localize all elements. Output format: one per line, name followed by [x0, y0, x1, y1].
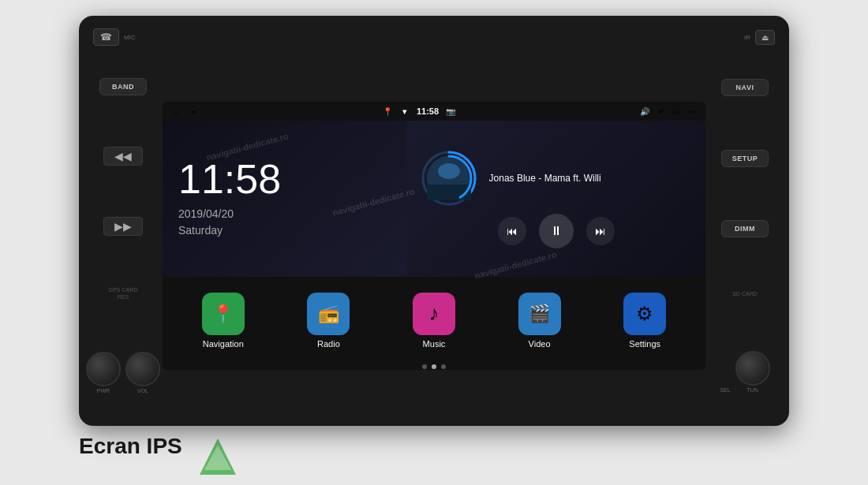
nav-dot-3: [441, 364, 446, 369]
tun-knob[interactable]: [735, 351, 770, 386]
page-wrapper: ☎ MIC IR ⏏ BAND ◀◀ ▶▶ GPS CARDRES: [0, 0, 868, 485]
main-area: BAND ◀◀ ▶▶ GPS CARDRES PWR VOL: [79, 50, 789, 421]
settings-icon: ⚙: [623, 293, 666, 335]
album-art-container: [420, 149, 478, 207]
right-panel: NAVI SETUP DIMM SD CARD SEL TUN: [705, 50, 784, 421]
camera-icon: 📷: [445, 106, 456, 117]
app-music[interactable]: ♪ Music: [381, 293, 487, 349]
settings-label: Settings: [629, 339, 660, 349]
status-time: 11:58: [417, 106, 439, 116]
nav-dot-2: [432, 364, 436, 369]
play-pause-button[interactable]: ⏸: [539, 214, 574, 248]
sel-label: SEL: [720, 387, 730, 393]
vol-knob[interactable]: [125, 352, 160, 386]
screen-content: 11:58 2019/04/20 Saturday: [163, 121, 705, 277]
dimm-button[interactable]: DIMM: [721, 220, 769, 237]
ir-label: IR: [744, 34, 750, 41]
back-icon[interactable]: ↩: [687, 106, 698, 117]
android-status-bar: ⌂ ▪ 📍 ▾ 11:58 📷 🔊 ✕ ▭ ↩: [163, 102, 705, 121]
pwr-knob-col: PWR: [86, 352, 121, 394]
radio-icon: 📻: [307, 293, 350, 335]
status-right: 🔊 ✕ ▭ ↩: [639, 106, 698, 117]
wifi-icon: ▾: [399, 106, 410, 117]
sim-icon: ▪: [188, 106, 199, 117]
mic-label: MIC: [124, 34, 136, 41]
radio-label: Radio: [317, 339, 340, 349]
vol-label: VOL: [137, 388, 148, 394]
gps-label: GPS CARDRES: [109, 287, 138, 300]
nav-dots: [163, 364, 705, 370]
music-album-row: Jonas Blue - Mama ft. Willi: [420, 149, 693, 207]
bottom-section: Ecran IPS: [79, 426, 789, 476]
brand-logo: [198, 437, 238, 476]
setup-button[interactable]: SETUP: [721, 150, 769, 167]
top-bar-left: ☎ MIC: [93, 28, 136, 46]
pwr-label: PWR: [97, 388, 110, 394]
x-icon[interactable]: ✕: [655, 106, 666, 117]
status-left: ⌂ ▪: [170, 106, 199, 117]
next-track-button[interactable]: ⏭: [586, 217, 615, 245]
left-panel: BAND ◀◀ ▶▶ GPS CARDRES PWR VOL: [84, 50, 163, 421]
tun-label: TUN: [746, 387, 758, 393]
music-track-info: Jonas Blue - Mama ft. Willi: [489, 173, 693, 184]
clock-date: 2019/04/20 Saturday: [178, 206, 391, 239]
pin-icon: 📍: [382, 106, 393, 117]
right-knob-row: SEL TUN: [720, 351, 769, 393]
prev-track-button[interactable]: ⏮: [498, 217, 526, 245]
app-settings[interactable]: ⚙ Settings: [592, 293, 698, 349]
knob-row: PWR VOL: [86, 352, 160, 394]
sd-card-label: SD CARD: [732, 291, 758, 297]
music-controls: ⏮ ⏸ ⏭: [498, 214, 615, 248]
nav-dot-1: [422, 364, 427, 369]
band-button[interactable]: BAND: [99, 78, 147, 95]
prev-button[interactable]: ◀◀: [103, 147, 143, 166]
navi-button[interactable]: NAVI: [721, 79, 769, 96]
car-unit: ☎ MIC IR ⏏ BAND ◀◀ ▶▶ GPS CARDRES: [79, 16, 789, 426]
top-bar: ☎ MIC IR ⏏: [79, 24, 789, 50]
vol-knob-col: VOL: [125, 352, 160, 394]
navigation-icon: 📍: [202, 293, 245, 335]
phone-button[interactable]: ☎: [93, 28, 119, 46]
svg-point-7: [438, 163, 460, 179]
progress-ring-svg: [420, 149, 478, 207]
tun-knob-col: TUN: [735, 351, 770, 393]
screen-music-area: Jonas Blue - Mama ft. Willi ⏮ ⏸ ⏭: [407, 121, 705, 277]
ecran-title: Ecran IPS: [79, 434, 182, 459]
next-button[interactable]: ▶▶: [103, 217, 143, 236]
screen: ⌂ ▪ 📍 ▾ 11:58 📷 🔊 ✕ ▭ ↩: [163, 102, 705, 370]
video-label: Video: [529, 339, 551, 349]
screen-clock-area: 11:58 2019/04/20 Saturday: [163, 121, 407, 277]
pwr-knob[interactable]: [86, 352, 121, 386]
window-icon[interactable]: ▭: [671, 106, 682, 117]
video-icon: 🎬: [518, 293, 561, 335]
eject-button[interactable]: ⏏: [755, 30, 775, 45]
music-icon: ♪: [413, 293, 455, 335]
top-bar-right: IR ⏏: [744, 30, 775, 45]
sel-knob-col: SEL: [720, 387, 730, 393]
app-navigation[interactable]: 📍 Navigation: [170, 293, 276, 349]
app-grid: 📍 Navigation 📻 Radio ♪ Music 🎬 Video: [163, 277, 705, 364]
music-label: Music: [423, 339, 446, 349]
app-video[interactable]: 🎬 Video: [487, 293, 593, 349]
home-icon[interactable]: ⌂: [170, 106, 181, 117]
app-radio[interactable]: 📻 Radio: [276, 293, 382, 349]
status-center: 📍 ▾ 11:58 📷: [382, 106, 456, 117]
volume-icon[interactable]: 🔊: [639, 106, 650, 117]
navigation-label: Navigation: [203, 339, 244, 349]
clock-time: 11:58: [178, 159, 391, 200]
music-track-name: Jonas Blue - Mama ft. Willi: [489, 173, 693, 184]
